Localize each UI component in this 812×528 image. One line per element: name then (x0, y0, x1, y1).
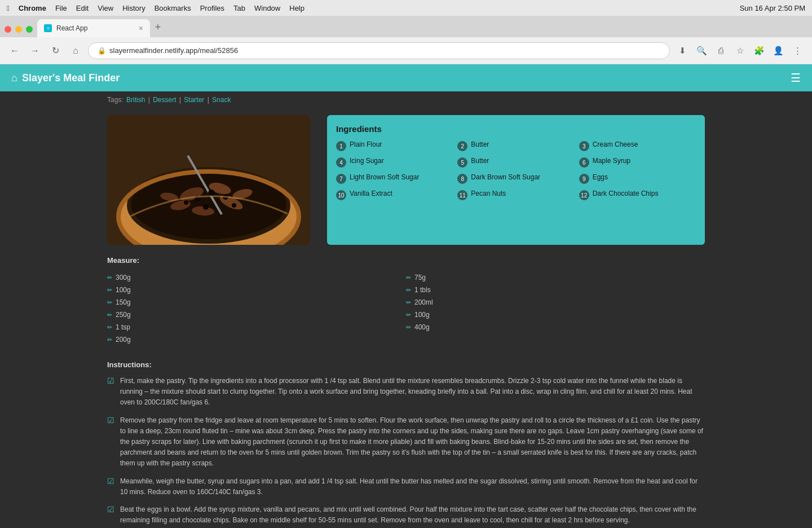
instruction-item: ☑Meanwhile, weigh the butter, syrup and … (107, 476, 705, 498)
ingredient-item: 1Plain Flour (336, 140, 453, 151)
measure-icon: ✏ (406, 311, 411, 319)
ingredient-name: Dark Chocolate Chips (593, 190, 659, 199)
file-menu[interactable]: File (55, 4, 67, 12)
close-window-button[interactable] (5, 26, 11, 33)
measure-item: ✏150g (107, 296, 406, 309)
ingredient-item: 9Eggs (579, 173, 696, 184)
tag-link-1[interactable]: Dessert (153, 96, 176, 104)
svg-point-17 (232, 203, 236, 208)
measure-value: 200g (116, 336, 131, 344)
hamburger-menu-button[interactable]: ☰ (791, 71, 801, 85)
new-tab-button[interactable]: + (150, 19, 166, 35)
measure-item: ✏400g (406, 321, 705, 333)
measure-icon: ✏ (107, 287, 112, 294)
ingredient-item: 4Icing Sugar (336, 157, 453, 168)
bookmark-icon[interactable]: ☆ (732, 43, 748, 59)
ingredient-number: 4 (336, 157, 346, 168)
content-area: Tags: British | Dessert | Starter | Snac… (96, 91, 716, 528)
svg-point-18 (203, 204, 209, 210)
more-button[interactable]: ⋮ (789, 43, 805, 59)
profiles-menu[interactable]: Profiles (200, 4, 224, 12)
measure-icon: ✏ (107, 274, 112, 281)
measure-item: ✏200g (107, 333, 406, 346)
ingredient-item: 8Dark Brown Soft Sugar (457, 173, 574, 184)
measure-value: 75g (414, 274, 426, 281)
app-name-chrome[interactable]: Chrome (19, 4, 46, 12)
measure-value: 200ml (414, 298, 433, 306)
ingredient-name: Pecan Nuts (471, 190, 506, 199)
measure-value: 100g (116, 286, 131, 294)
address-bar: ← → ↻ ⌂ 🔒 slayermealfinder.netlify.app/m… (0, 37, 812, 64)
maximize-window-button[interactable] (26, 26, 33, 33)
measure-item: ✏1 tsp (107, 321, 406, 333)
main-content: Tags: British | Dessert | Starter | Snac… (0, 91, 812, 528)
instruction-text: First, make the pastry. Tip the ingredie… (120, 376, 705, 408)
mac-menu-bar:  Chrome File Edit View History Bookmark… (0, 0, 812, 16)
window-controls[interactable] (5, 26, 33, 33)
measure-value: 1 tsp (116, 323, 130, 331)
ingredient-number: 6 (579, 157, 589, 168)
ingredient-name: Cream Cheese (593, 140, 638, 149)
forward-button[interactable]: → (27, 43, 43, 59)
tag-link-3[interactable]: Snack (212, 96, 231, 104)
tab-menu[interactable]: Tab (233, 4, 245, 12)
measures-title: Measure: (107, 256, 705, 265)
measure-icon: ✏ (107, 299, 112, 306)
edit-menu[interactable]: Edit (76, 4, 89, 12)
extensions-icon[interactable]: 🧩 (751, 43, 767, 59)
ingredient-number: 8 (457, 174, 467, 184)
bookmarks-menu[interactable]: Bookmarks (155, 4, 191, 12)
browser-toolbar: ⬇ 🔍 ⎙ ☆ 🧩 👤 ⋮ (674, 43, 805, 59)
ingredient-item: 7Light Brown Soft Sugar (336, 173, 453, 184)
instruction-text: Beat the eggs in a bowl. Add the syrup m… (120, 504, 705, 526)
ingredient-number: 3 (579, 141, 589, 151)
back-button[interactable]: ← (7, 43, 23, 59)
ingredient-name: Light Brown Soft Sugar (350, 173, 419, 182)
measure-item: ✏300g (107, 271, 406, 284)
tags-label: Tags: (107, 96, 125, 104)
ingredient-number: 10 (336, 190, 346, 200)
ingredient-number: 1 (336, 141, 346, 151)
ingredient-name: Butter (471, 157, 489, 166)
minimize-window-button[interactable] (15, 26, 22, 33)
home-button[interactable]: ⌂ (68, 43, 83, 59)
svg-point-16 (184, 200, 188, 205)
share-icon[interactable]: ⎙ (713, 43, 729, 59)
measure-icon: ✏ (107, 336, 112, 344)
ingredient-name: Eggs (593, 173, 608, 182)
tag-link-0[interactable]: British (126, 96, 145, 104)
download-icon[interactable]: ⬇ (674, 43, 690, 59)
measure-value: 150g (116, 298, 131, 306)
instructions-section: Instructions: ☑First, make the pastry. T… (107, 351, 705, 528)
ingredient-number: 12 (579, 190, 589, 200)
measure-value: 250g (116, 311, 131, 319)
ingredient-number: 7 (336, 174, 346, 184)
browser-tab[interactable]: ⚛ React App × (37, 19, 150, 37)
ingredient-item: 5Butter (457, 157, 574, 168)
measure-item: ✏100g (107, 284, 406, 296)
tab-bar: ⚛ React App × + (0, 16, 812, 37)
tab-close-button[interactable]: × (139, 24, 143, 32)
app-title: ⌂ Slayer's Meal Finder (11, 72, 120, 84)
app-header: ⌂ Slayer's Meal Finder ☰ (0, 64, 812, 91)
measure-item: ✏1 tbls (406, 284, 705, 296)
apple-icon[interactable]:  (7, 4, 10, 12)
ingredient-number: 2 (457, 141, 467, 151)
help-menu[interactable]: Help (289, 4, 304, 12)
measure-icon: ✏ (107, 324, 112, 331)
profile-icon[interactable]: 👤 (770, 43, 786, 59)
tag-link-2[interactable]: Starter (184, 96, 204, 104)
tags-section: Tags: British | Dessert | Starter | Snac… (107, 91, 705, 104)
measure-icon: ✏ (107, 311, 112, 319)
instructions-list: ☑First, make the pastry. Tip the ingredi… (107, 376, 705, 526)
instruction-item: ☑Beat the eggs in a bowl. Add the syrup … (107, 504, 705, 526)
instruction-item: ☑First, make the pastry. Tip the ingredi… (107, 376, 705, 408)
view-menu[interactable]: View (98, 4, 113, 12)
reload-button[interactable]: ↻ (47, 43, 63, 59)
measure-item: ✏75g (406, 271, 705, 284)
check-icon: ☑ (107, 505, 114, 514)
window-menu[interactable]: Window (254, 4, 280, 12)
search-icon[interactable]: 🔍 (694, 43, 709, 59)
history-menu[interactable]: History (122, 4, 145, 12)
url-input[interactable]: 🔒 slayermealfinder.netlify.app/meal/5285… (88, 42, 670, 59)
